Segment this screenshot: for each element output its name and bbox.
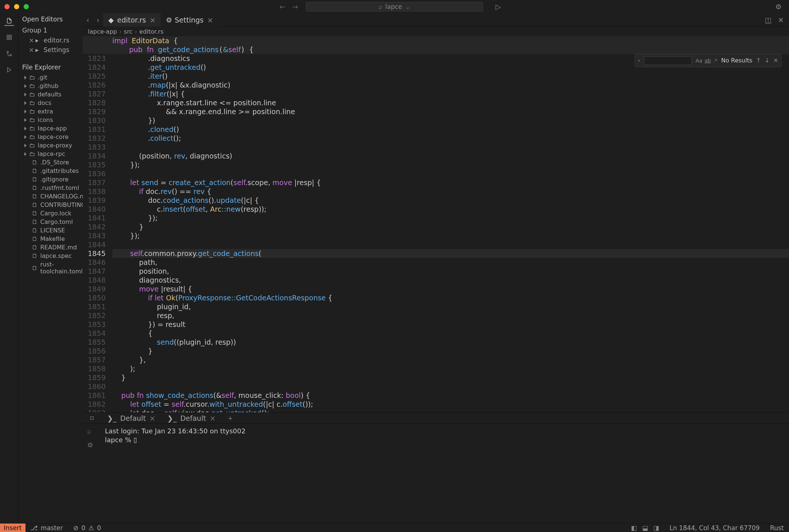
terminal-search-icon[interactable]: ⌕ [87,427,93,436]
editor-tab[interactable]: ◆editor.rs× [103,13,161,27]
code-line[interactable]: position, [112,267,789,276]
terminal[interactable]: ⌕ ⚙︎ Last login: Tue Jan 23 16:43:50 on … [83,424,789,523]
maximize-window-button[interactable] [24,4,29,9]
back-icon[interactable]: ← [280,3,286,11]
minimize-window-button[interactable] [14,4,19,9]
code-line[interactable]: .map(|x| &x.diagnostic) [112,81,789,89]
code-line[interactable]: }); [112,231,789,240]
code-content[interactable]: .diagnostics .get_untracked() .iter() .m… [112,54,789,412]
close-icon[interactable]: × [210,414,216,422]
close-icon[interactable]: × [29,46,33,54]
expand-replace-icon[interactable]: › [638,56,640,65]
diagnostics-summary[interactable]: ⊘0 ⚠0 [68,524,106,532]
code-line[interactable]: resp, [112,311,789,320]
panel-right-icon[interactable]: ◨ [653,524,659,532]
file-item[interactable]: 🗋CHANGELOG.md [18,192,83,201]
close-icon[interactable]: × [150,414,156,422]
folder-item[interactable]: 🗀icons [18,116,83,124]
file-explorer-header[interactable]: File Explorer [18,61,83,73]
code-line[interactable]: diagnostics, [112,276,789,284]
folder-item[interactable]: 🗀lapce-app [18,124,83,133]
whole-word-icon[interactable]: ab [704,56,711,65]
code-line[interactable]: let send = create_ext_action(self.scope,… [112,178,789,187]
code-line[interactable]: doc.code_actions().update(|c| { [112,196,789,205]
code-line[interactable]: let offset = self.cursor.with_untracked(… [112,400,789,409]
code-line[interactable]: } [112,373,789,382]
git-branch[interactable]: ⎇ master [25,524,68,532]
folder-item[interactable]: 🗀docs [18,99,83,107]
file-item[interactable]: 🗋Cargo.toml [18,218,83,226]
folder-item[interactable]: 🗀lapce-rpc [18,150,83,158]
close-icon[interactable]: × [29,37,33,44]
code-line[interactable]: }) [112,116,789,125]
tab-history-back-icon[interactable]: ‹ [83,16,93,24]
language-mode[interactable]: Rust [765,524,789,532]
code-line[interactable]: } [112,222,789,231]
code-line[interactable] [112,169,789,178]
breadcrumb-part[interactable]: lapce-app [88,28,117,35]
code-line[interactable]: }); [112,160,789,169]
code-line[interactable]: }); [112,214,789,222]
explorer-icon[interactable] [4,16,14,26]
close-icon[interactable]: × [207,16,213,24]
code-line[interactable]: }, [112,355,789,364]
code-line[interactable]: .iter() [112,72,789,81]
folder-item[interactable]: 🗀defaults [18,90,83,99]
file-item[interactable]: 🗋Makefile [18,235,83,243]
file-item[interactable]: 🗋Cargo.lock [18,209,83,218]
terminal-settings-icon[interactable]: ⚙︎ [87,441,93,450]
code-line[interactable]: }) = result [112,320,789,329]
run-icon[interactable]: ▷ [495,3,501,11]
breadcrumb-part[interactable]: editor.rs [139,28,164,35]
panel-left-icon[interactable]: ◧ [631,524,637,532]
folder-item[interactable]: 🗀lapce-proxy [18,141,83,150]
regex-icon[interactable]: .* [713,56,717,65]
code-line[interactable]: path, [112,258,789,267]
code-line[interactable]: send((plugin_id, resp)) [112,338,789,347]
code-line[interactable]: move |result| { [112,284,789,293]
code-line[interactable]: .filter(|x| { [112,89,789,98]
match-case-icon[interactable]: Aa [696,56,702,65]
tab-history-forward-icon[interactable]: › [93,16,103,24]
open-editors-header[interactable]: Open Editors [18,13,83,25]
code-line[interactable]: pub fn show_code_actions(&self, mouse_cl… [112,391,789,400]
code-line[interactable]: let doc = self.view.doc.get_untracked(); [112,409,789,412]
breadcrumb-part[interactable]: src [124,28,132,35]
code-line[interactable]: if doc.rev() == rev { [112,187,789,196]
close-window-button[interactable] [4,4,10,9]
file-item[interactable]: 🗋README.md [18,243,83,252]
code-line[interactable]: ); [112,364,789,373]
code-line[interactable] [112,143,789,151]
code-line[interactable]: x.range.start.line <= position.line [112,98,789,107]
find-input[interactable] [644,56,692,65]
open-editor-item[interactable]: ×▸editor.rs [18,35,83,45]
terminal-section-icon[interactable]: ⌑ [83,414,101,422]
terminal-tab[interactable]: ❯_Default× [101,413,161,424]
code-line[interactable]: if let Ok(ProxyResponse::GetCodeActionsR… [112,293,789,302]
code-line[interactable]: { [112,329,789,338]
close-icon[interactable]: × [150,16,156,24]
forward-icon[interactable]: → [292,3,298,11]
code-line[interactable]: && x.range.end.line >= position.line [112,107,789,116]
file-item[interactable]: 🗋CONTRIBUTING.md [18,201,83,209]
find-close-icon[interactable]: ✕ [773,56,778,65]
close-editor-icon[interactable]: ✕ [778,16,784,24]
file-item[interactable]: 🗋rust-toolchain.toml [18,260,83,276]
command-search[interactable]: ⌕ lapce ⌄ [306,2,483,11]
code-line[interactable] [112,382,789,391]
panel-bottom-icon[interactable]: ⬓ [642,524,648,532]
terminal-tab[interactable]: ❯_Default× [161,413,222,424]
find-prev-icon[interactable]: ↑ [756,56,761,65]
settings-gear-icon[interactable]: ⚙︎ [775,3,782,11]
file-item[interactable]: 🗋LICENSE [18,226,83,235]
folder-item[interactable]: 🗀.github [18,82,83,90]
new-terminal-icon[interactable]: ＋ [222,413,239,423]
editor-tab[interactable]: ⚙︎Settings× [161,13,218,27]
breadcrumb[interactable]: lapce-app › src › editor.rs [83,27,789,36]
folder-item[interactable]: 🗀.git [18,73,83,82]
file-item[interactable]: 🗋.rustfmt.toml [18,184,83,192]
code-line[interactable]: } [112,347,789,355]
code-line[interactable] [112,240,789,249]
open-editor-item[interactable]: ×▸Settings [18,45,83,55]
code-editor[interactable]: 1823182418251826182718281829183018311832… [83,54,789,412]
